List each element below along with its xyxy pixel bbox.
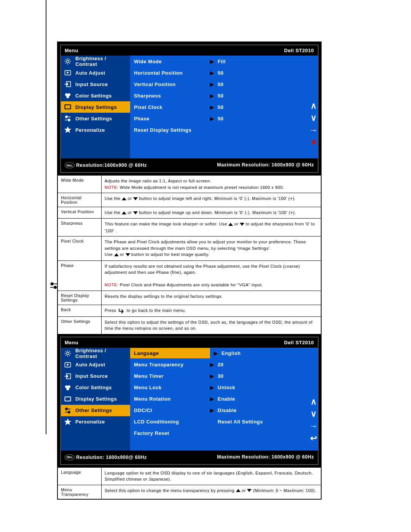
chevron-right-icon: ▶	[206, 104, 218, 110]
brightness-icon	[64, 58, 72, 65]
chevron-right-icon: ▶	[206, 396, 218, 402]
osd-sub-label: DDC/CI	[134, 407, 206, 413]
svg-rect-3	[54, 286, 56, 289]
osd-sub-label: Factory Reset	[134, 430, 206, 436]
osd-menu-item[interactable]: Personalize	[61, 124, 130, 136]
osd-sub-item[interactable]: LCD ConditioningReset All Settings	[130, 416, 318, 428]
svg-line-11	[65, 63, 66, 64]
desc-back: Press to go back to the main menu.	[102, 305, 322, 316]
osd-sub-item[interactable]: Menu Lock▶Unlock	[130, 382, 318, 393]
osd-sub-item[interactable]: Pixel Clock▶50	[130, 101, 318, 113]
nav-enter-button[interactable]: →	[309, 126, 318, 134]
osd-sub-item[interactable]: Menu Transparency▶20	[130, 359, 318, 371]
osd-sub-item[interactable]: Wide Mode▶Fill	[130, 56, 318, 67]
osd-sub-label: Pixel Clock	[134, 104, 206, 110]
osd-menu-label: Display Settings	[75, 396, 117, 402]
osd-menu-label: Other Settings	[75, 116, 112, 121]
osd-max-resolution: Maximum Resolution: 1600x900 @ 60Hz	[217, 454, 314, 460]
chevron-down-icon	[240, 221, 244, 228]
auto-adjust-icon: +	[64, 69, 72, 77]
svg-rect-24	[68, 119, 70, 121]
nav-enter-button[interactable]: →	[309, 422, 318, 430]
osd-sub-value: Enable	[218, 396, 314, 402]
osd-menu-item[interactable]: Brightness / Contrast	[61, 56, 130, 67]
osd-menu-item[interactable]: Personalize	[61, 416, 130, 428]
svg-rect-45	[68, 411, 70, 413]
svg-line-9	[65, 59, 66, 60]
osd-menu-item[interactable]: +Auto Adjust	[61, 67, 130, 78]
osd-menu-item[interactable]: Input Source	[61, 78, 130, 90]
osd-sub-item[interactable]: Menu Rotation▶Enable	[130, 393, 318, 405]
nav-up-button[interactable]: ∧	[311, 398, 317, 406]
svg-line-31	[69, 355, 70, 356]
osd-menu-label: Color Settings	[75, 385, 112, 390]
osd-menu-item[interactable]: +Auto Adjust	[61, 359, 130, 371]
osd-sub-value: Reset All Settings	[218, 419, 314, 425]
osd-sub-value: 50	[218, 81, 314, 87]
svg-text:+: +	[67, 71, 68, 75]
osd-menu-item[interactable]: Color Settings	[61, 382, 130, 393]
osd-main-menu: Brightness / Contrast+Auto AdjustInput S…	[61, 348, 130, 451]
osd-sub-item[interactable]: Vertical Position▶50	[130, 78, 318, 90]
nav-down-button[interactable]: ∨	[311, 114, 317, 122]
osd-sub-item[interactable]: Menu Timer▶30	[130, 371, 318, 382]
osd-title: Menu	[65, 48, 78, 53]
manual-table: Menu Dell ST2010 Brightness / Contrast+A…	[57, 42, 322, 500]
osd-sub-item[interactable]: Language▶English	[130, 348, 318, 359]
osd-sub-label: Wide Mode	[134, 59, 206, 64]
label-horizontal-position: Horizontal Position	[57, 193, 102, 207]
desc-language: Language option to set the OSD display t…	[102, 467, 322, 485]
osd-menu-item[interactable]: Brightness / Contrast	[61, 348, 130, 359]
personalize-icon	[64, 418, 72, 426]
label-menu-transparency: Menu Transparency	[57, 485, 102, 499]
osd-menu-label: Brightness / Contrast	[75, 56, 127, 67]
other-settings-icon	[64, 115, 72, 122]
chevron-right-icon: ▶	[206, 59, 218, 64]
chevron-down-icon	[126, 252, 130, 258]
auto-adjust-icon: +	[64, 361, 72, 369]
osd-logo: DELL Resolution:1600x900 @ 60Hz	[65, 162, 147, 168]
chevron-right-icon: ▶	[206, 116, 218, 121]
svg-point-4	[67, 60, 69, 63]
osd-sub-item[interactable]: DDC/CI▶Disable	[130, 405, 318, 416]
desc-wide-mode: Adjusts the image ratio as 1:1, Aspect o…	[102, 176, 322, 193]
svg-text:+: +	[67, 363, 68, 367]
osd-model: Dell ST2010	[284, 340, 314, 345]
sliders-icon	[49, 282, 58, 289]
chevron-right-icon: ▶	[206, 373, 218, 379]
osd-sub-item[interactable]: Factory Reset	[130, 428, 318, 439]
svg-line-30	[65, 351, 66, 352]
chevron-up-icon	[114, 252, 119, 258]
chevron-right-icon: ▶	[206, 385, 218, 390]
osd-sub-item[interactable]: Reset Display Settings	[130, 124, 318, 136]
chevron-right-icon: ▶	[206, 81, 218, 87]
chevron-up-icon	[228, 221, 233, 228]
desc-pixel-clock: The Phase and Pixel Clock adjustments al…	[102, 236, 322, 260]
nav-back-button[interactable]: ↩	[310, 434, 317, 443]
osd-menu-label: Input Source	[75, 373, 108, 379]
chevron-down-icon	[133, 210, 138, 216]
osd-menu-item[interactable]: Input Source	[61, 371, 130, 382]
osd-sub-value: 20	[218, 362, 314, 367]
nav-up-button[interactable]: ∧	[311, 102, 317, 110]
color-settings-icon	[64, 384, 72, 391]
osd-menu-item[interactable]: Display Settings	[61, 393, 130, 405]
osd-menu-item[interactable]: Color Settings	[61, 90, 130, 101]
osd-model: Dell ST2010	[284, 48, 314, 53]
osd-sub-item[interactable]: Phase▶50	[130, 113, 318, 124]
osd-menu-label: Personalize	[75, 419, 105, 425]
osd-sub-item[interactable]: Horizontal Position▶50	[130, 67, 318, 78]
nav-down-button[interactable]: ∨	[311, 410, 317, 418]
svg-line-32	[65, 355, 66, 356]
personalize-icon	[64, 126, 72, 134]
osd-sub-item[interactable]: Sharpness▶50	[130, 90, 318, 101]
chevron-right-icon: ▶	[206, 93, 218, 99]
osd-menu-label: Auto Adjust	[75, 362, 105, 367]
osd-menu-item[interactable]: Display Settings	[61, 101, 130, 113]
brightness-icon	[64, 350, 72, 357]
osd-menu-item[interactable]: Other Settings	[61, 113, 130, 124]
label-phase: Phase	[57, 260, 102, 291]
osd-sub-value: 50	[218, 104, 314, 110]
nav-close-button[interactable]: ✕	[310, 138, 317, 147]
osd-menu-item[interactable]: Other Settings	[61, 405, 130, 416]
